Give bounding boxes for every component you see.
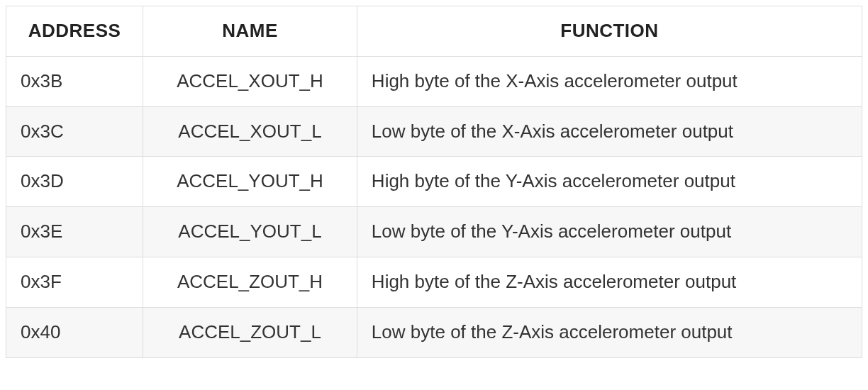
cell-address: 0x3C [6, 106, 143, 157]
table-row: 0x3C ACCEL_XOUT_L Low byte of the X-Axis… [6, 106, 862, 157]
header-name: NAME [143, 6, 357, 57]
header-function: FUNCTION [357, 6, 862, 57]
cell-address: 0x3E [6, 207, 143, 257]
cell-name: ACCEL_XOUT_L [143, 106, 357, 157]
table-row: 0x3D ACCEL_YOUT_H High byte of the Y-Axi… [6, 157, 862, 207]
cell-function: Low byte of the X-Axis accelerometer out… [357, 106, 862, 157]
table-row: 0x3B ACCEL_XOUT_H High byte of the X-Axi… [6, 56, 862, 106]
cell-name: ACCEL_YOUT_H [143, 157, 357, 207]
table-header-row: ADDRESS NAME FUNCTION [6, 6, 862, 57]
register-table: ADDRESS NAME FUNCTION 0x3B ACCEL_XOUT_H … [6, 6, 862, 358]
cell-name: ACCEL_ZOUT_H [143, 257, 357, 307]
table-row: 0x40 ACCEL_ZOUT_L Low byte of the Z-Axis… [6, 307, 862, 357]
cell-address: 0x3D [6, 157, 143, 207]
cell-name: ACCEL_XOUT_H [143, 56, 357, 106]
cell-function: Low byte of the Z-Axis accelerometer out… [357, 307, 862, 357]
cell-function: High byte of the X-Axis accelerometer ou… [357, 56, 862, 106]
table-row: 0x3F ACCEL_ZOUT_H High byte of the Z-Axi… [6, 257, 862, 307]
cell-address: 0x40 [6, 307, 143, 357]
cell-function: High byte of the Z-Axis accelerometer ou… [357, 257, 862, 307]
cell-name: ACCEL_YOUT_L [143, 207, 357, 257]
cell-name: ACCEL_ZOUT_L [143, 307, 357, 357]
cell-function: Low byte of the Y-Axis accelerometer out… [357, 207, 862, 257]
table-row: 0x3E ACCEL_YOUT_L Low byte of the Y-Axis… [6, 207, 862, 257]
cell-address: 0x3B [6, 56, 143, 106]
header-address: ADDRESS [6, 6, 143, 57]
cell-function: High byte of the Y-Axis accelerometer ou… [357, 157, 862, 207]
cell-address: 0x3F [6, 257, 143, 307]
